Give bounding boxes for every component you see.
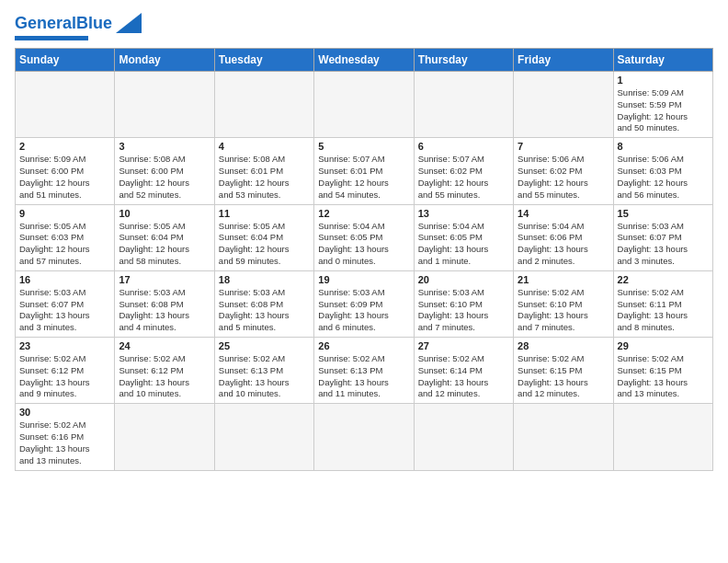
day-number: 8 [618,141,709,152]
calendar-cell: 9Sunrise: 5:05 AM Sunset: 6:03 PM Daylig… [16,204,115,270]
day-info: Sunrise: 5:02 AM Sunset: 6:15 PM Dayligh… [518,353,609,400]
calendar-cell: 10Sunrise: 5:05 AM Sunset: 6:04 PM Dayli… [115,204,214,270]
day-number: 21 [518,274,609,285]
calendar-cell: 20Sunrise: 5:03 AM Sunset: 6:10 PM Dayli… [414,270,513,337]
day-number: 27 [418,340,509,351]
day-number: 3 [119,141,210,152]
day-info: Sunrise: 5:02 AM Sunset: 6:10 PM Dayligh… [518,287,609,334]
day-header-friday: Friday [514,49,613,72]
calendar-cell: 19Sunrise: 5:03 AM Sunset: 6:09 PM Dayli… [314,270,414,337]
calendar-cell: 18Sunrise: 5:03 AM Sunset: 6:08 PM Dayli… [214,270,313,337]
day-number: 4 [219,141,310,152]
day-info: Sunrise: 5:06 AM Sunset: 6:03 PM Dayligh… [618,154,709,201]
day-number: 28 [518,340,609,351]
calendar-cell: 15Sunrise: 5:03 AM Sunset: 6:07 PM Dayli… [613,204,712,270]
day-info: Sunrise: 5:03 AM Sunset: 6:08 PM Dayligh… [219,287,310,334]
week-row-4: 16Sunrise: 5:03 AM Sunset: 6:07 PM Dayli… [16,270,713,337]
calendar-cell [613,404,712,470]
week-row-2: 2Sunrise: 5:09 AM Sunset: 6:00 PM Daylig… [16,138,713,204]
day-number: 17 [119,274,210,285]
week-row-1: 1Sunrise: 5:09 AM Sunset: 5:59 PM Daylig… [16,72,713,138]
calendar-cell [214,404,313,470]
calendar-cell: 27Sunrise: 5:02 AM Sunset: 6:14 PM Dayli… [414,338,513,404]
day-info: Sunrise: 5:03 AM Sunset: 6:09 PM Dayligh… [318,287,409,334]
calendar-cell: 17Sunrise: 5:03 AM Sunset: 6:08 PM Dayli… [115,270,214,337]
day-number: 24 [119,340,210,351]
day-number: 1 [618,75,709,86]
calendar-cell: 26Sunrise: 5:02 AM Sunset: 6:13 PM Dayli… [314,338,414,404]
logo-underline [15,36,88,40]
calendar-cell: 6Sunrise: 5:07 AM Sunset: 6:02 PM Daylig… [414,138,513,204]
day-info: Sunrise: 5:02 AM Sunset: 6:14 PM Dayligh… [418,353,509,400]
calendar-cell: 23Sunrise: 5:02 AM Sunset: 6:12 PM Dayli… [16,338,115,404]
logo: GeneralBlue [15,15,142,40]
day-number: 10 [119,208,210,219]
week-row-6: 30Sunrise: 5:02 AM Sunset: 6:16 PM Dayli… [16,404,713,470]
day-info: Sunrise: 5:08 AM Sunset: 6:01 PM Dayligh… [219,154,310,201]
day-number: 13 [418,208,509,219]
day-header-tuesday: Tuesday [214,49,313,72]
header-row: SundayMondayTuesdayWednesdayThursdayFrid… [16,49,713,72]
calendar-cell [514,404,613,470]
calendar-cell [214,72,313,138]
day-info: Sunrise: 5:05 AM Sunset: 6:04 PM Dayligh… [119,221,210,268]
calendar-cell [314,72,414,138]
day-number: 30 [19,407,110,418]
day-info: Sunrise: 5:08 AM Sunset: 6:00 PM Dayligh… [119,154,210,201]
day-number: 14 [518,208,609,219]
calendar-cell: 28Sunrise: 5:02 AM Sunset: 6:15 PM Dayli… [514,338,613,404]
calendar-cell: 14Sunrise: 5:04 AM Sunset: 6:06 PM Dayli… [514,204,613,270]
calendar-cell [115,404,214,470]
day-number: 12 [318,208,409,219]
day-info: Sunrise: 5:02 AM Sunset: 6:13 PM Dayligh… [318,353,409,400]
day-info: Sunrise: 5:02 AM Sunset: 6:11 PM Dayligh… [618,287,709,334]
day-number: 7 [518,141,609,152]
calendar-cell: 11Sunrise: 5:05 AM Sunset: 6:04 PM Dayli… [214,204,313,270]
calendar-cell: 2Sunrise: 5:09 AM Sunset: 6:00 PM Daylig… [16,138,115,204]
calendar-cell: 25Sunrise: 5:02 AM Sunset: 6:13 PM Dayli… [214,338,313,404]
calendar-cell: 7Sunrise: 5:06 AM Sunset: 6:02 PM Daylig… [514,138,613,204]
day-header-thursday: Thursday [414,49,513,72]
day-info: Sunrise: 5:04 AM Sunset: 6:06 PM Dayligh… [518,221,609,268]
calendar-cell [115,72,214,138]
day-number: 19 [318,274,409,285]
day-info: Sunrise: 5:05 AM Sunset: 6:04 PM Dayligh… [219,221,310,268]
day-info: Sunrise: 5:02 AM Sunset: 6:12 PM Dayligh… [119,353,210,400]
page-header: GeneralBlue [15,15,713,40]
calendar-cell: 5Sunrise: 5:07 AM Sunset: 6:01 PM Daylig… [314,138,414,204]
day-info: Sunrise: 5:03 AM Sunset: 6:07 PM Dayligh… [618,221,709,268]
calendar-cell: 12Sunrise: 5:04 AM Sunset: 6:05 PM Dayli… [314,204,414,270]
day-number: 2 [19,141,110,152]
calendar-cell: 3Sunrise: 5:08 AM Sunset: 6:00 PM Daylig… [115,138,214,204]
day-info: Sunrise: 5:02 AM Sunset: 6:15 PM Dayligh… [618,353,709,400]
calendar-cell: 24Sunrise: 5:02 AM Sunset: 6:12 PM Dayli… [115,338,214,404]
calendar-cell: 4Sunrise: 5:08 AM Sunset: 6:01 PM Daylig… [214,138,313,204]
logo-icon [116,13,142,33]
day-number: 9 [19,208,110,219]
day-number: 29 [618,340,709,351]
day-info: Sunrise: 5:02 AM Sunset: 6:16 PM Dayligh… [19,419,110,466]
day-info: Sunrise: 5:04 AM Sunset: 6:05 PM Dayligh… [418,221,509,268]
logo-text: GeneralBlue [15,15,112,33]
week-row-3: 9Sunrise: 5:05 AM Sunset: 6:03 PM Daylig… [16,204,713,270]
day-number: 20 [418,274,509,285]
week-row-5: 23Sunrise: 5:02 AM Sunset: 6:12 PM Dayli… [16,338,713,404]
day-info: Sunrise: 5:03 AM Sunset: 6:08 PM Dayligh… [119,287,210,334]
calendar-table: SundayMondayTuesdayWednesdayThursdayFrid… [15,48,713,471]
day-info: Sunrise: 5:02 AM Sunset: 6:13 PM Dayligh… [219,353,310,400]
day-info: Sunrise: 5:07 AM Sunset: 6:01 PM Dayligh… [318,154,409,201]
day-number: 22 [618,274,709,285]
calendar-cell: 13Sunrise: 5:04 AM Sunset: 6:05 PM Dayli… [414,204,513,270]
day-header-sunday: Sunday [16,49,115,72]
calendar-cell: 21Sunrise: 5:02 AM Sunset: 6:10 PM Dayli… [514,270,613,337]
calendar-cell: 16Sunrise: 5:03 AM Sunset: 6:07 PM Dayli… [16,270,115,337]
calendar-cell: 22Sunrise: 5:02 AM Sunset: 6:11 PM Dayli… [613,270,712,337]
day-info: Sunrise: 5:09 AM Sunset: 6:00 PM Dayligh… [19,154,110,201]
calendar-cell: 29Sunrise: 5:02 AM Sunset: 6:15 PM Dayli… [613,338,712,404]
day-number: 23 [19,340,110,351]
calendar-cell [414,72,513,138]
day-number: 5 [318,141,409,152]
calendar-cell [16,72,115,138]
day-number: 26 [318,340,409,351]
calendar-cell: 8Sunrise: 5:06 AM Sunset: 6:03 PM Daylig… [613,138,712,204]
